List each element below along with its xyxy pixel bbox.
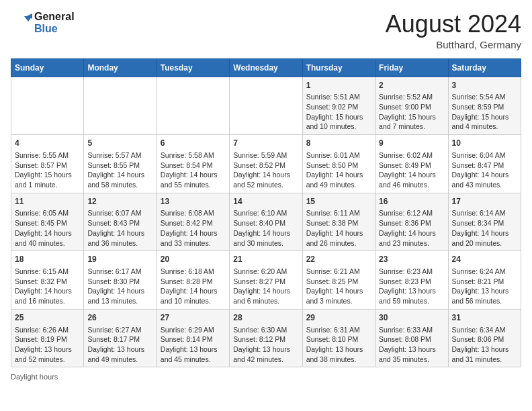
day-info: Sunrise: 5:55 AM Sunset: 8:57 PM Dayligh… — [15, 150, 80, 190]
day-number: 22 — [306, 254, 371, 265]
day-info: Sunrise: 6:02 AM Sunset: 8:49 PM Dayligh… — [379, 150, 444, 190]
day-info: Sunrise: 5:51 AM Sunset: 9:02 PM Dayligh… — [306, 92, 371, 132]
day-info: Sunrise: 5:58 AM Sunset: 8:54 PM Dayligh… — [161, 150, 226, 190]
logo-general: General — [34, 11, 75, 23]
calendar-cell: 20Sunrise: 6:18 AM Sunset: 8:28 PM Dayli… — [157, 251, 229, 310]
day-number: 23 — [379, 254, 444, 265]
day-info: Sunrise: 6:20 AM Sunset: 8:27 PM Dayligh… — [233, 267, 298, 306]
calendar-cell — [157, 77, 229, 135]
day-number: 21 — [233, 254, 298, 265]
day-info: Sunrise: 6:12 AM Sunset: 8:36 PM Dayligh… — [379, 208, 444, 248]
day-number: 16 — [379, 196, 444, 208]
day-info: Sunrise: 6:18 AM Sunset: 8:28 PM Dayligh… — [161, 267, 226, 306]
day-number: 25 — [15, 312, 80, 324]
day-number: 8 — [306, 138, 371, 149]
calendar-cell: 25Sunrise: 6:26 AM Sunset: 8:19 PM Dayli… — [11, 309, 84, 367]
col-header-saturday: Saturday — [448, 58, 521, 77]
day-info: Sunrise: 6:33 AM Sunset: 8:08 PM Dayligh… — [379, 325, 444, 365]
calendar-cell: 15Sunrise: 6:11 AM Sunset: 8:38 PM Dayli… — [302, 193, 375, 251]
page-header: General Blue August 2024 Butthard, Germa… — [11, 11, 521, 50]
calendar-cell: 8Sunrise: 6:01 AM Sunset: 8:50 PM Daylig… — [302, 135, 375, 193]
calendar-cell: 17Sunrise: 6:14 AM Sunset: 8:34 PM Dayli… — [448, 193, 521, 251]
calendar-week-row: 1Sunrise: 5:51 AM Sunset: 9:02 PM Daylig… — [11, 77, 521, 135]
day-info: Sunrise: 6:29 AM Sunset: 8:14 PM Dayligh… — [161, 325, 226, 365]
day-info: Sunrise: 6:05 AM Sunset: 8:45 PM Dayligh… — [15, 208, 80, 248]
col-header-sunday: Sunday — [11, 58, 84, 77]
day-number: 10 — [452, 138, 517, 149]
day-info: Sunrise: 6:04 AM Sunset: 8:47 PM Dayligh… — [452, 150, 517, 190]
day-number: 14 — [233, 196, 298, 208]
calendar-cell: 12Sunrise: 6:07 AM Sunset: 8:43 PM Dayli… — [84, 193, 157, 251]
calendar-cell: 16Sunrise: 6:12 AM Sunset: 8:36 PM Dayli… — [375, 193, 448, 251]
col-header-friday: Friday — [375, 58, 448, 77]
day-number: 4 — [15, 138, 80, 149]
day-info: Sunrise: 6:10 AM Sunset: 8:40 PM Dayligh… — [233, 208, 298, 248]
day-info: Sunrise: 6:17 AM Sunset: 8:30 PM Dayligh… — [87, 267, 152, 306]
calendar-header-row: SundayMondayTuesdayWednesdayThursdayFrid… — [11, 58, 521, 77]
calendar-cell: 30Sunrise: 6:33 AM Sunset: 8:08 PM Dayli… — [375, 309, 448, 367]
day-number: 28 — [233, 312, 298, 324]
calendar-cell: 5Sunrise: 5:57 AM Sunset: 8:55 PM Daylig… — [84, 135, 157, 193]
day-number: 15 — [306, 196, 371, 208]
day-number: 17 — [452, 196, 517, 208]
day-info: Sunrise: 6:15 AM Sunset: 8:32 PM Dayligh… — [15, 267, 80, 306]
calendar-cell: 26Sunrise: 6:27 AM Sunset: 8:17 PM Dayli… — [84, 309, 157, 367]
calendar-table: SundayMondayTuesdayWednesdayThursdayFrid… — [11, 58, 521, 368]
calendar-cell — [84, 77, 157, 135]
day-number: 13 — [161, 196, 226, 208]
col-header-monday: Monday — [84, 58, 157, 77]
calendar-cell: 13Sunrise: 6:08 AM Sunset: 8:42 PM Dayli… — [157, 193, 229, 251]
calendar-cell: 27Sunrise: 6:29 AM Sunset: 8:14 PM Dayli… — [157, 309, 229, 367]
col-header-thursday: Thursday — [302, 58, 375, 77]
day-info: Sunrise: 6:01 AM Sunset: 8:50 PM Dayligh… — [306, 150, 371, 190]
day-number: 6 — [161, 138, 226, 149]
day-number: 26 — [87, 312, 152, 324]
month-year-title: August 2024 — [386, 11, 521, 38]
logo: General Blue — [11, 11, 75, 34]
day-number: 27 — [161, 312, 226, 324]
calendar-cell: 10Sunrise: 6:04 AM Sunset: 8:47 PM Dayli… — [448, 135, 521, 193]
logo-blue: Blue — [34, 23, 75, 35]
day-info: Sunrise: 6:07 AM Sunset: 8:43 PM Dayligh… — [87, 208, 152, 248]
calendar-week-row: 4Sunrise: 5:55 AM Sunset: 8:57 PM Daylig… — [11, 135, 521, 193]
calendar-cell: 1Sunrise: 5:51 AM Sunset: 9:02 PM Daylig… — [302, 77, 375, 135]
calendar-cell: 23Sunrise: 6:23 AM Sunset: 8:23 PM Dayli… — [375, 251, 448, 310]
day-info: Sunrise: 5:57 AM Sunset: 8:55 PM Dayligh… — [87, 150, 152, 190]
day-info: Sunrise: 6:30 AM Sunset: 8:12 PM Dayligh… — [233, 325, 298, 365]
calendar-cell: 29Sunrise: 6:31 AM Sunset: 8:10 PM Dayli… — [302, 309, 375, 367]
day-number: 1 — [306, 80, 371, 91]
calendar-cell: 24Sunrise: 6:24 AM Sunset: 8:21 PM Dayli… — [448, 251, 521, 310]
day-info: Sunrise: 6:27 AM Sunset: 8:17 PM Dayligh… — [87, 325, 152, 365]
day-number: 9 — [379, 138, 444, 149]
day-info: Sunrise: 6:11 AM Sunset: 8:38 PM Dayligh… — [306, 208, 371, 248]
day-info: Sunrise: 6:21 AM Sunset: 8:25 PM Dayligh… — [306, 267, 371, 306]
calendar-week-row: 11Sunrise: 6:05 AM Sunset: 8:45 PM Dayli… — [11, 193, 521, 251]
day-number: 31 — [452, 312, 517, 324]
day-number: 30 — [379, 312, 444, 324]
title-block: August 2024 Butthard, Germany — [386, 11, 521, 50]
calendar-cell: 18Sunrise: 6:15 AM Sunset: 8:32 PM Dayli… — [11, 251, 84, 310]
calendar-cell: 28Sunrise: 6:30 AM Sunset: 8:12 PM Dayli… — [230, 309, 302, 367]
day-info: Sunrise: 6:14 AM Sunset: 8:34 PM Dayligh… — [452, 208, 517, 248]
day-number: 24 — [452, 254, 517, 265]
day-info: Sunrise: 5:54 AM Sunset: 8:59 PM Dayligh… — [452, 92, 517, 132]
col-header-tuesday: Tuesday — [157, 58, 229, 77]
day-info: Sunrise: 6:08 AM Sunset: 8:42 PM Dayligh… — [161, 208, 226, 248]
calendar-cell: 31Sunrise: 6:34 AM Sunset: 8:06 PM Dayli… — [448, 309, 521, 367]
day-number: 11 — [15, 196, 80, 208]
calendar-week-row: 25Sunrise: 6:26 AM Sunset: 8:19 PM Dayli… — [11, 309, 521, 367]
calendar-cell: 11Sunrise: 6:05 AM Sunset: 8:45 PM Dayli… — [11, 193, 84, 251]
day-number: 19 — [87, 254, 152, 265]
daylight-label: Daylight hours — [11, 373, 58, 381]
day-number: 7 — [233, 138, 298, 149]
logo-bird-icon — [11, 12, 32, 34]
day-number: 29 — [306, 312, 371, 324]
location-subtitle: Butthard, Germany — [386, 39, 521, 50]
day-number: 2 — [379, 80, 444, 91]
calendar-week-row: 18Sunrise: 6:15 AM Sunset: 8:32 PM Dayli… — [11, 251, 521, 310]
calendar-cell: 4Sunrise: 5:55 AM Sunset: 8:57 PM Daylig… — [11, 135, 84, 193]
calendar-cell: 7Sunrise: 5:59 AM Sunset: 8:52 PM Daylig… — [230, 135, 302, 193]
day-info: Sunrise: 5:52 AM Sunset: 9:00 PM Dayligh… — [379, 92, 444, 132]
footer-note: Daylight hours — [11, 373, 521, 381]
calendar-cell: 22Sunrise: 6:21 AM Sunset: 8:25 PM Dayli… — [302, 251, 375, 310]
